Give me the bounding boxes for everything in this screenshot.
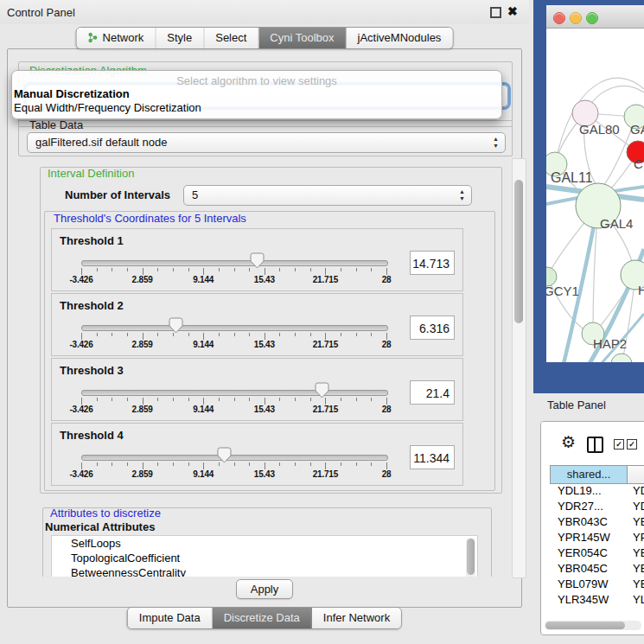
slider-tick [371,462,372,466]
tab-network[interactable]: Network [77,28,156,48]
float-panel-icon[interactable] [490,7,501,18]
settings-gear-icon[interactable]: ⚙ [561,434,576,450]
tab-label: Network [103,31,144,44]
slider-tick [341,398,341,401]
slider-tick-label: 21.715 [313,469,338,479]
table-column-header[interactable]: n [628,465,644,484]
tab-discretize-data[interactable]: Discretize Data [213,608,312,628]
algorithm-option[interactable]: Equal Width/Frequency Discretization [12,101,501,115]
interval-definition-title: Interval Definition [46,167,136,180]
slider-thumb[interactable] [217,447,232,463]
slider-tick [127,333,128,336]
slider-tick [127,398,128,401]
cyni-toolbox-panel: Discretization Algorithm Select algorith… [7,48,522,608]
slider-tick-label: 15.43 [254,340,275,349]
threshold-value-field[interactable]: 14.713 [410,251,455,275]
slider-tick [341,462,341,466]
slider-tick [188,462,189,466]
tab-infer-network[interactable]: Infer Network [312,608,401,628]
slider-tick [356,462,357,466]
slider-track[interactable] [81,325,388,331]
slider-tick [310,268,311,271]
table-row[interactable]: YBR045CYBR0 [550,562,644,577]
table-row[interactable]: YDL19...YDL1 [550,484,644,500]
tab-impute-data[interactable]: Impute Data [128,608,213,628]
number-of-intervals-combobox[interactable]: 5 ▲▼ [183,185,472,206]
network-node[interactable] [611,354,632,362]
table-row[interactable]: YPR145WYPR1 [550,531,644,546]
attribute-list-item[interactable]: SelfLoops [52,536,477,551]
table-cell: YER054C [550,546,628,562]
slider-tick [249,333,250,336]
table-row[interactable]: YER054CYER0 [550,546,644,562]
settings-vertical-scrollbar[interactable] [512,158,526,578]
table-horizontal-scrollbar[interactable] [545,621,641,630]
close-window-button[interactable] [553,12,565,24]
slider-tick [279,398,280,401]
slider-tick [265,462,265,469]
slider-tick [112,333,112,336]
tab-jactivemnodules[interactable]: jActiveMNodules [347,28,453,48]
slider-tick [265,398,265,405]
attribute-list-item[interactable]: BetweennessCentrality [52,565,477,577]
tab-select[interactable]: Select [204,28,258,48]
slider-track[interactable] [81,390,388,396]
table-header-row: shared...n [550,465,644,484]
threshold-value-field[interactable]: 11.344 [410,445,455,469]
table-cell: YDL1 [628,484,644,500]
slider-tick [143,268,143,275]
slider-tick [127,268,128,271]
minimize-window-button[interactable] [570,12,582,24]
attribute-list-item[interactable]: TopologicalCoefficient [52,551,477,565]
apply-button[interactable]: Apply [236,579,293,599]
threshold-row: Threshold 1-3.4262.8599.14415.4321.71528… [51,228,463,291]
thresholds-group-title: Threshold's Coordinates for 5 Intervals [52,212,248,225]
slider-tick [157,333,158,336]
slider-track[interactable] [81,260,388,266]
slider-track[interactable] [81,455,388,461]
threshold-row: Threshold 4-3.4262.8599.14415.4321.71528… [51,423,463,486]
slider-thumb[interactable] [250,252,265,269]
table-row[interactable]: YBR043CYBR0 [550,515,644,531]
checkbox-checked-icon[interactable]: ✓ [627,439,637,450]
attributes-list-scrollbar[interactable] [466,538,475,577]
table-row[interactable]: YBL079WYBL0 [550,577,644,593]
table-rows: YDL19...YDL1YDR27...YDR2YBR043CYBR0YPR14… [550,484,644,608]
algorithm-option[interactable]: Manual Discretization [12,87,501,101]
slider-tick-label: 9.144 [193,275,214,284]
table-cell: YBL0 [628,577,644,593]
tab-label: Style [167,31,192,44]
split-columns-icon[interactable] [587,437,603,453]
slider-tick [386,462,387,469]
threshold-label: Threshold 1 [60,234,124,247]
slider-tick-label: -3.426 [69,340,92,349]
table-cell: YDL19... [550,484,628,500]
checkbox-checked-icon[interactable]: ✓ [614,439,624,450]
threshold-value-field[interactable]: 6.316 [410,316,455,340]
slider-tick [143,462,143,469]
slider-tick [234,398,235,401]
slider-tick [386,333,387,340]
slider-tick [371,398,372,401]
numerical-attributes-list[interactable]: SelfLoopsTopologicalCoefficientBetweenne… [51,535,478,577]
close-panel-icon[interactable]: ✖ [507,4,518,18]
slider-tick [325,333,326,340]
table-column-header[interactable]: shared... [550,465,628,484]
slider-thumb[interactable] [169,317,183,334]
tab-cyni-toolbox[interactable]: Cyni Toolbox [258,28,346,48]
tab-style[interactable]: Style [156,28,204,48]
cyni-mode-tabs: Impute DataDiscretize DataInfer Network [127,607,402,629]
table-data-selected-value: galFiltered.sif default node [35,136,167,149]
network-node-label: GCY1 [546,284,579,298]
table-row[interactable]: YLR345WYLR3 [550,593,644,608]
tab-label: Cyni Toolbox [270,31,334,44]
zoom-window-button[interactable] [586,12,598,24]
slider-thumb[interactable] [315,382,329,399]
table-cell: YLR345W [550,593,628,608]
network-node-label: H [638,283,644,297]
threshold-value-field[interactable]: 21.4 [410,380,455,405]
network-canvas[interactable]: GAL80GACGAL11GAL4GCY1HHAP2 [546,29,644,362]
table-row[interactable]: YDR27...YDR2 [550,500,644,515]
table-data-combobox[interactable]: galFiltered.sif default node ▲▼ [27,132,506,153]
slider-tick [112,398,112,401]
